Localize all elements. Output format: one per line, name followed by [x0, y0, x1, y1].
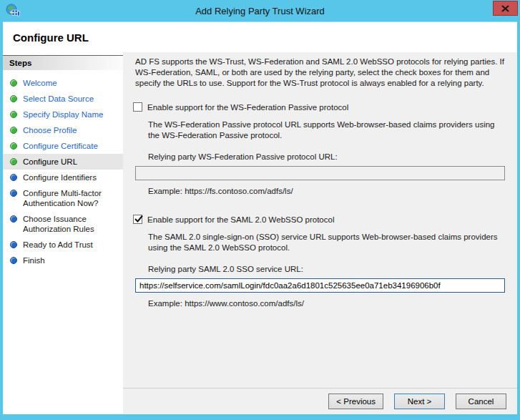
wsfed-checkbox[interactable]: [133, 102, 142, 112]
green-dot-icon: [10, 158, 17, 165]
titlebar: Add Relying Party Trust Wizard: [0, 0, 520, 21]
sidebar-item-configure-identifiers: Configure Identifiers: [3, 170, 123, 185]
blue-dot-icon: [10, 241, 17, 248]
close-button[interactable]: [493, 1, 518, 16]
saml-url-label: Relying party SAML 2.0 SSO service URL:: [148, 264, 506, 275]
cancel-button[interactable]: Cancel: [456, 394, 506, 409]
dialog-surface: Configure URL Steps Welcome Select Data …: [3, 21, 517, 414]
steps-list: Welcome Select Data Source Specify Displ…: [3, 75, 123, 268]
saml-url-input[interactable]: [135, 278, 505, 293]
sidebar-item-configure-mfa: Configure Multi-factor Authentication No…: [3, 185, 123, 211]
close-icon: [501, 2, 509, 15]
window-title: Add Relying Party Trust Wizard: [0, 6, 520, 16]
steps-sidebar: Steps Welcome Select Data Source Specify…: [3, 52, 123, 414]
sidebar-item-choose-profile[interactable]: Choose Profile: [3, 122, 123, 138]
sidebar-item-configure-certificate[interactable]: Configure Certificate: [3, 138, 123, 154]
green-dot-icon: [10, 79, 17, 87]
steps-header: Steps: [3, 55, 123, 70]
green-dot-icon: [10, 95, 17, 102]
blue-dot-icon: [10, 215, 17, 223]
wsfed-description: The WS-Federation Passive protocol URL s…: [148, 119, 506, 141]
green-dot-icon: [10, 111, 17, 118]
wsfed-example: Example: https://fs.contoso.com/adfs/ls/: [148, 186, 506, 197]
blue-dot-icon: [10, 190, 17, 197]
previous-button[interactable]: < Previous: [328, 394, 383, 409]
wizard-window: Add Relying Party Trust Wizard Configure…: [0, 0, 520, 420]
green-dot-icon: [10, 142, 17, 150]
sidebar-item-choose-issuance-rules: Choose Issuance Authorization Rules: [3, 211, 123, 237]
next-button[interactable]: Next >: [394, 394, 445, 409]
intro-text: AD FS supports the WS-Trust, WS-Federati…: [135, 57, 506, 89]
sidebar-item-welcome[interactable]: Welcome: [3, 75, 123, 91]
saml-checkbox-row: Enable support for the SAML 2.0 WebSSO p…: [133, 214, 506, 225]
sidebar-item-specify-display-name[interactable]: Specify Display Name: [3, 107, 123, 122]
page-header: Configure URL: [3, 22, 517, 52]
sidebar-item-ready-to-add-trust: Ready to Add Trust: [3, 237, 123, 253]
adfs-wizard-icon: [6, 4, 20, 18]
page-title: Configure URL: [3, 22, 517, 44]
content-pane: AD FS supports the WS-Trust, WS-Federati…: [123, 52, 517, 414]
saml-checkbox-label[interactable]: Enable support for the SAML 2.0 WebSSO p…: [147, 214, 334, 225]
saml-checkbox[interactable]: [133, 215, 142, 224]
green-dot-icon: [10, 127, 17, 134]
wsfed-url-label: Relying party WS-Federation Passive prot…: [148, 152, 506, 162]
wizard-footer: < Previous Next > Cancel: [123, 388, 517, 414]
wsfed-url-input: [135, 166, 505, 180]
blue-dot-icon: [10, 257, 17, 264]
wsfed-checkbox-label[interactable]: Enable support for the WS-Federation Pas…: [147, 102, 348, 113]
saml-example: Example: https://www.contoso.com/adfs/ls…: [148, 298, 506, 309]
sidebar-item-select-data-source[interactable]: Select Data Source: [3, 91, 123, 107]
wsfed-checkbox-row: Enable support for the WS-Federation Pas…: [133, 102, 506, 113]
blue-dot-icon: [10, 174, 17, 181]
sidebar-item-configure-url[interactable]: Configure URL: [3, 154, 123, 170]
saml-description: The SAML 2.0 single-sign-on (SSO) servic…: [148, 232, 506, 253]
sidebar-item-finish: Finish: [3, 253, 123, 268]
